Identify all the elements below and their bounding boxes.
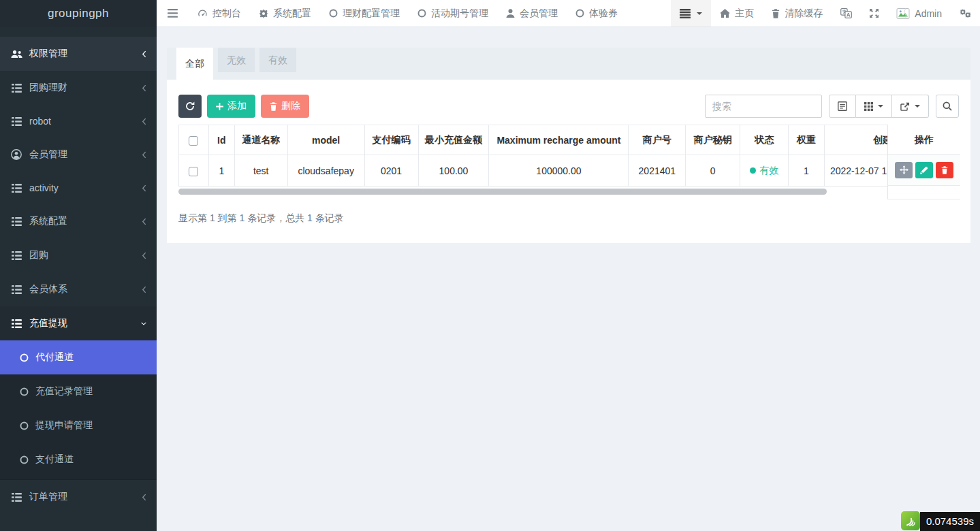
nav-item-voucher[interactable]: 体验券 <box>567 0 627 27</box>
table-view-button-group <box>829 95 929 118</box>
sidebar-item-permissions[interactable]: 权限管理 <box>0 37 157 71</box>
sidebar-item-label: 团购理财 <box>29 82 134 94</box>
drag-sort-button[interactable] <box>895 162 913 178</box>
table-scroll-area: Id 通道名称 model 支付编码 最小充值金额 Maximum rechar… <box>178 125 960 187</box>
username-label: Admin <box>915 8 942 19</box>
sidebar-item-label: 会员管理 <box>29 148 134 161</box>
list-icon <box>10 184 22 193</box>
sidebar-item-group-finance[interactable]: 团购理财 <box>0 71 157 105</box>
circle-icon <box>19 387 29 396</box>
add-button[interactable]: 添加 <box>207 95 255 118</box>
sidebar-toggle-button[interactable] <box>157 0 189 27</box>
circle-icon <box>19 455 29 464</box>
sidebar-item-recharge-withdraw[interactable]: 充值提现 <box>0 306 157 340</box>
col-id[interactable]: Id <box>208 125 234 155</box>
circle-icon <box>19 421 29 430</box>
sidebar-subitem-label: 代付通道 <box>35 351 74 364</box>
row-delete-button[interactable] <box>936 162 953 178</box>
home-label: 主页 <box>735 7 754 20</box>
col-status[interactable]: 状态 <box>740 125 789 155</box>
delete-button[interactable]: 删除 <box>261 95 309 118</box>
sidebar-subitem-label: 支付通道 <box>35 453 74 466</box>
export-button[interactable] <box>892 95 929 118</box>
table-row[interactable]: 1 test cloudsafepay 0201 100.00 100000.0… <box>179 155 960 187</box>
sidebar-subitem-withdraw-requests[interactable]: 提现申请管理 <box>0 408 157 442</box>
col-merchant-no[interactable]: 商户号 <box>629 125 686 155</box>
search-toggle-button[interactable] <box>936 95 959 118</box>
tabs-menu-dropdown[interactable] <box>671 0 711 27</box>
sidebar-subitem-recharge-records[interactable]: 充值记录管理 <box>0 374 157 408</box>
trash-icon <box>270 102 277 111</box>
sidebar-item-robot[interactable]: robot <box>0 105 157 138</box>
sidebar: groupingph 权限管理 团购理财 robot <box>0 0 157 531</box>
nav-item-console[interactable]: 控制台 <box>189 0 250 27</box>
col-merchant-key[interactable]: 商户秘钥 <box>686 125 740 155</box>
sidebar-item-members[interactable]: 会员管理 <box>0 138 157 172</box>
sidebar-subitem-payment-channel[interactable]: 支付通道 <box>0 442 157 477</box>
tab-all[interactable]: 全部 <box>176 48 213 80</box>
toggle-view-button[interactable] <box>829 95 856 118</box>
tab-invalid[interactable]: 无效 <box>218 48 255 72</box>
clear-cache-button[interactable]: 清除缓存 <box>763 0 832 27</box>
delete-label: 删除 <box>281 100 300 112</box>
col-weight[interactable]: 权重 <box>789 125 825 155</box>
user-menu[interactable]: Admin <box>887 0 951 27</box>
chevron-left-icon <box>141 117 146 125</box>
sidebar-item-system-config[interactable]: 系统配置 <box>0 204 157 238</box>
cell-channel-name: test <box>234 155 287 187</box>
cell-min-recharge: 100.00 <box>418 155 489 187</box>
channel-table: Id 通道名称 model 支付编码 最小充值金额 Maximum rechar… <box>178 125 960 187</box>
sidebar-subitem-payout-channel[interactable]: 代付通道 <box>0 340 157 374</box>
search-input[interactable] <box>705 95 822 118</box>
sidebar-item-orders[interactable]: 订单管理 <box>0 479 157 514</box>
toolbar-right <box>705 95 959 118</box>
thinkphp-logo-icon[interactable] <box>901 511 920 530</box>
caret-down-icon <box>878 105 883 108</box>
sidebar-item-group-buy[interactable]: 团购 <box>0 238 157 272</box>
columns-button[interactable] <box>856 95 892 118</box>
col-pay-code[interactable]: 支付编码 <box>364 125 418 155</box>
sidebar-item-label: 权限管理 <box>29 48 134 60</box>
sidebar-item-member-system[interactable]: 会员体系 <box>0 272 157 306</box>
cell-weight: 1 <box>789 155 825 187</box>
users-icon <box>10 50 22 59</box>
sidebar-item-label: 订单管理 <box>29 491 134 503</box>
language-switch-button[interactable] <box>832 0 861 27</box>
col-min-recharge[interactable]: 最小充值金额 <box>418 125 489 155</box>
col-channel-name[interactable]: 通道名称 <box>234 125 287 155</box>
sidebar-item-label: 会员体系 <box>29 283 134 295</box>
col-max-recharge[interactable]: Maximum recharge amount <box>489 125 629 155</box>
tab-valid[interactable]: 有效 <box>259 48 296 72</box>
edit-button[interactable] <box>915 162 933 178</box>
row-checkbox[interactable] <box>189 167 198 176</box>
nav-item-finance-config[interactable]: 理财配置管理 <box>320 0 409 27</box>
nav-item-members[interactable]: 会员管理 <box>497 0 567 27</box>
sidebar-item-label: activity <box>29 182 134 193</box>
toolbar-left: 添加 删除 <box>178 95 309 118</box>
home-button[interactable]: 主页 <box>711 0 763 27</box>
columns-grid-icon <box>864 102 873 111</box>
add-label: 添加 <box>227 100 247 112</box>
select-all-checkbox[interactable] <box>189 136 198 146</box>
caret-down-icon <box>697 12 702 15</box>
caret-down-icon <box>915 105 920 108</box>
fullscreen-button[interactable] <box>861 0 887 27</box>
row-operations <box>888 155 960 186</box>
list-icon <box>10 251 22 260</box>
refresh-button[interactable] <box>178 95 202 118</box>
settings-button[interactable] <box>951 0 980 27</box>
navbar-right: 主页 清除缓存 Admin <box>671 0 980 27</box>
sidebar-menu: 权限管理 团购理财 robot <box>0 27 157 514</box>
nav-item-activity-period[interactable]: 活动期号管理 <box>409 0 497 27</box>
list-icon <box>10 493 22 502</box>
sidebar-item-activity[interactable]: activity <box>0 172 157 204</box>
nav-item-system-config[interactable]: 系统配置 <box>250 0 320 27</box>
search-icon <box>943 101 952 111</box>
sidebar-item-label: 系统配置 <box>29 215 134 227</box>
horizontal-scrollbar[interactable] <box>178 189 827 195</box>
status-tabbar: 全部 无效 有效 <box>167 48 970 80</box>
cell-merchant-no: 2021401 <box>629 155 686 187</box>
col-model[interactable]: model <box>287 125 364 155</box>
content-panel: 全部 无效 有效 添加 <box>167 48 970 243</box>
debug-time-badge[interactable]: 0.074539s <box>920 512 980 531</box>
